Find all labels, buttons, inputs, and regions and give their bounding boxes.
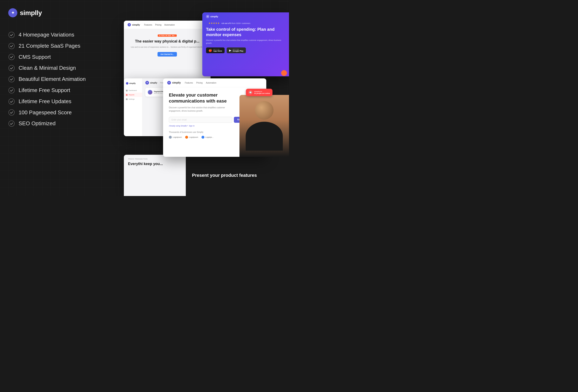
sidebar-reports-label: Reports: [129, 94, 134, 96]
app-store-get-it-on: GET IT ON: [213, 49, 222, 50]
check-circle-icon: [8, 87, 15, 94]
ss1-content: #1 TOOL OF 2022 · BU... The easier way p…: [124, 29, 211, 61]
google-play-icon: ▶: [229, 49, 231, 52]
bottom-right-text: Present your product features: [192, 173, 257, 178]
list-item: Lifetime Free Updates: [8, 96, 124, 107]
list-item: Lifetime Free Support: [8, 85, 124, 95]
ss2-store-buttons: 🍎 GET IT ON App Store ▶ GET IT ON Google…: [202, 47, 289, 53]
face: [255, 101, 274, 120]
ss3-nav-logo: ✦ simplly: [145, 81, 157, 85]
check-circle-icon: [8, 43, 15, 49]
sidebar-item-reports[interactable]: Reports: [124, 93, 142, 97]
bottom-right-section: Present your product features: [186, 155, 289, 196]
feature-label: Beautiful Element Animation: [19, 76, 86, 83]
feature-label: 4 Homepage Variations: [19, 31, 74, 38]
brand-logo-icon: [169, 136, 172, 139]
chat-bubble: 💬 simplly.co 32 people are online: [246, 89, 273, 96]
ss4-subtitle: Discover a powerful live chat solution t…: [169, 106, 231, 113]
sidebar-dashboard-label: Dashboard: [129, 89, 137, 91]
google-play-get-it-on: GET IT ON: [233, 49, 243, 50]
brand-logo-icon: [185, 136, 188, 139]
ss2-logo-text: simplly: [210, 15, 218, 18]
sidebar-item-dashboard[interactable]: Dashboard: [124, 88, 142, 93]
ss1-logo-icon: ✦: [128, 23, 131, 26]
chat-online-count: 32 people are online: [254, 92, 270, 94]
list-item: CMS Support: [8, 52, 124, 62]
feature-label: Lifetime Free Support: [19, 87, 70, 94]
ss4-logo-icon: ✦: [167, 81, 171, 85]
ss2-rating: ★★★★★ 4.6 out of 5 from 3200+ customers: [206, 21, 285, 26]
ss1-logo: ✦ simplly: [128, 23, 140, 26]
app-store-button[interactable]: 🍎 GET IT ON App Store: [206, 47, 225, 53]
ss2-subtitle: Discover a powerful live chat solution t…: [202, 39, 289, 47]
ss4-nav-features: Features: [185, 82, 193, 84]
svg-point-0: [9, 32, 14, 38]
google-play-name: Google Play: [233, 50, 243, 52]
person-face: [240, 95, 289, 157]
google-play-button[interactable]: ▶ GET IT ON Google Play: [227, 47, 246, 53]
ss1-subtitle: Use and re-use tons of responsive sectio…: [129, 46, 206, 49]
svg-point-5: [9, 87, 14, 93]
list-item: 4 Homepage Variations: [8, 30, 124, 40]
sidebar-dot-icon: [126, 94, 128, 96]
sidebar-dot-icon: [126, 98, 128, 100]
brand-logo-1: Logoipsum: [169, 136, 182, 139]
ss4-nav-automation: Automation: [206, 82, 216, 84]
ss1-nav-pricing: Pricing: [155, 24, 161, 26]
ss2-logo-icon: ✦: [206, 15, 209, 18]
ss3-nav-logo-text: simplly: [150, 82, 157, 84]
chat-bubble-text: simplly.co 32 people are online: [254, 90, 270, 94]
check-circle-icon: [8, 65, 15, 71]
signin-link[interactable]: Sign In: [189, 125, 195, 127]
ss2-logo: ✦ simplly: [206, 15, 218, 18]
svg-point-8: [9, 121, 14, 127]
google-play-label: GET IT ON Google Play: [233, 49, 243, 52]
ss1-navbar: ✦ simplly Features Pricing Automation: [124, 21, 211, 29]
svg-point-3: [9, 65, 14, 71]
ss4-title: Elevate your customer communications wit…: [169, 92, 235, 104]
sidebar-item-settings[interactable]: Settings: [124, 97, 142, 101]
signin-text: Already using Simplly?: [169, 125, 188, 127]
left-panel: ✦ simplly 4 Homepage Variations 21 Compl…: [8, 8, 124, 129]
brand-logo-icon: [201, 136, 204, 139]
ss2-title: Take control of spending: Plan and monit…: [202, 26, 289, 39]
email-input[interactable]: Enter your email: [169, 117, 232, 123]
ss1-cta-button[interactable]: Get Started N...: [157, 52, 177, 56]
brand-logo-2: Logoipsum: [185, 136, 198, 139]
logo-text: simplly: [20, 9, 42, 17]
avatar: [148, 90, 152, 94]
check-circle-icon: [8, 98, 15, 105]
ss2-rating-count: from 3200+ customers: [232, 22, 250, 24]
ss3-sidebar-logo-text: simplly: [129, 82, 136, 84]
svg-point-6: [9, 99, 14, 104]
brand-logo-3: Logoips...: [201, 136, 213, 139]
ss2-navbar: ✦ simplly: [202, 12, 289, 21]
ss4-logo: ✦ simplly: [167, 81, 181, 85]
ss3-sidebar-icon: [126, 82, 128, 85]
list-item: Beautiful Element Animation: [8, 74, 124, 84]
svg-point-4: [9, 76, 14, 82]
check-circle-icon: [8, 32, 15, 38]
check-circle-icon: [8, 76, 15, 83]
check-circle-icon: [8, 109, 15, 116]
ss4-nav-pricing: Pricing: [196, 82, 203, 84]
app-store-label: GET IT ON App Store: [213, 49, 222, 52]
list-item: Clean & Minimal Design: [8, 63, 124, 73]
ss1-badge: #1 TOOL OF 2022 · BU...: [158, 35, 177, 37]
ss1-nav-automation: Automation: [164, 24, 175, 26]
svg-point-2: [9, 54, 14, 60]
svg-point-1: [9, 43, 14, 49]
stars-icon: ★★★★★: [208, 22, 220, 25]
ss1-logo-text: simplly: [132, 24, 140, 26]
app-store-name: App Store: [213, 50, 222, 52]
logo: ✦ simplly: [8, 8, 124, 17]
chat-icon: 💬: [248, 90, 252, 94]
svg-point-7: [9, 110, 14, 115]
ss4-logo-text: simplly: [172, 81, 181, 84]
ss2-rating-text: 4.6 out of 5 from 3200+ customers: [222, 22, 250, 24]
sidebar-dot-icon: [126, 90, 128, 91]
feature-label: CMS Support: [19, 54, 51, 61]
chat-site-name: simplly.co: [254, 90, 270, 92]
person-photo: [240, 95, 289, 157]
feature-label: Lifetime Free Updates: [19, 98, 71, 105]
